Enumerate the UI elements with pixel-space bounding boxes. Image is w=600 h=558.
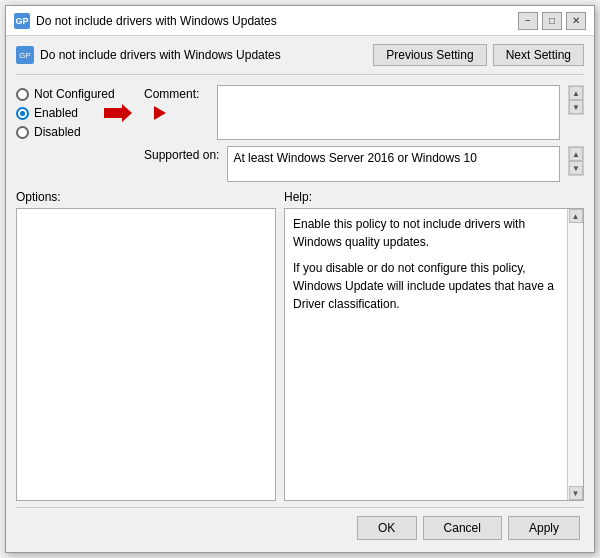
previous-setting-button[interactable]: Previous Setting xyxy=(373,44,486,66)
footer: OK Cancel Apply xyxy=(16,507,584,544)
help-scroll-down[interactable]: ▼ xyxy=(569,486,583,500)
help-scroll-up[interactable]: ▲ xyxy=(569,209,583,223)
comment-label: Comment: xyxy=(144,85,209,101)
enabled-arrow-icon xyxy=(104,104,132,122)
comment-section: Comment: ▲ ▼ xyxy=(144,85,584,140)
radio-circle-enabled xyxy=(16,107,29,120)
radio-disabled[interactable]: Disabled xyxy=(16,125,136,139)
middle-section: Not Configured Enabled D xyxy=(16,85,584,182)
minimize-button[interactable]: − xyxy=(518,12,538,30)
help-paragraph-1: Enable this policy to not include driver… xyxy=(293,215,559,251)
title-controls: − □ ✕ xyxy=(518,12,586,30)
radio-enabled[interactable]: Enabled xyxy=(16,106,136,120)
title-bar: GP Do not include drivers with Windows U… xyxy=(6,6,594,36)
help-panel: Help: Enable this policy to not include … xyxy=(284,190,584,501)
comment-scrollbar: ▲ ▼ xyxy=(568,85,584,115)
supported-value: At least Windows Server 2016 or Windows … xyxy=(227,146,560,182)
radio-circle-disabled xyxy=(16,126,29,139)
supported-scrollbar: ▲ ▼ xyxy=(568,146,584,176)
radio-dot-enabled xyxy=(20,111,25,116)
supported-label: Supported on: xyxy=(144,146,219,162)
window-title: Do not include drivers with Windows Upda… xyxy=(36,14,277,28)
radio-label-enabled: Enabled xyxy=(34,106,78,120)
comment-scroll-up[interactable]: ▲ xyxy=(569,86,583,100)
right-panel: Comment: ▲ ▼ Supported on: At least Wind… xyxy=(144,85,584,182)
main-window: GP Do not include drivers with Windows U… xyxy=(5,5,595,553)
left-panel: Not Configured Enabled D xyxy=(16,85,136,182)
radio-circle-not-configured xyxy=(16,88,29,101)
header-buttons: Previous Setting Next Setting xyxy=(373,44,584,66)
apply-button[interactable]: Apply xyxy=(508,516,580,540)
header-row: GP Do not include drivers with Windows U… xyxy=(16,44,584,75)
close-button[interactable]: ✕ xyxy=(566,12,586,30)
help-content-wrapper: Enable this policy to not include driver… xyxy=(284,208,584,501)
header-title-text: Do not include drivers with Windows Upda… xyxy=(40,48,281,62)
radio-label-disabled: Disabled xyxy=(34,125,81,139)
header-title: GP Do not include drivers with Windows U… xyxy=(16,46,281,64)
help-label: Help: xyxy=(284,190,584,204)
policy-icon: GP xyxy=(16,46,34,64)
supported-scroll-up[interactable]: ▲ xyxy=(569,147,583,161)
radio-label-not-configured: Not Configured xyxy=(34,87,115,101)
help-scrollbar: ▲ ▼ xyxy=(567,209,583,500)
window-icon: GP xyxy=(14,13,30,29)
comment-input[interactable] xyxy=(217,85,560,140)
svg-marker-0 xyxy=(104,104,132,122)
cancel-button[interactable]: Cancel xyxy=(423,516,502,540)
maximize-button[interactable]: □ xyxy=(542,12,562,30)
lower-section: Options: Help: Enable this policy to not… xyxy=(16,190,584,501)
options-box xyxy=(16,208,276,501)
title-bar-left: GP Do not include drivers with Windows U… xyxy=(14,13,277,29)
next-setting-button[interactable]: Next Setting xyxy=(493,44,584,66)
help-text-area: Enable this policy to not include driver… xyxy=(285,209,567,500)
options-label: Options: xyxy=(16,190,276,204)
supported-scroll-down[interactable]: ▼ xyxy=(569,161,583,175)
help-scroll-track xyxy=(568,223,583,486)
supported-section: Supported on: At least Windows Server 20… xyxy=(144,146,584,182)
content-area: GP Do not include drivers with Windows U… xyxy=(6,36,594,552)
help-paragraph-2: If you disable or do not configure this … xyxy=(293,259,559,313)
radio-not-configured[interactable]: Not Configured xyxy=(16,87,136,101)
ok-button[interactable]: OK xyxy=(357,516,417,540)
radio-group: Not Configured Enabled D xyxy=(16,87,136,139)
comment-scroll-down[interactable]: ▼ xyxy=(569,100,583,114)
options-panel: Options: xyxy=(16,190,276,501)
